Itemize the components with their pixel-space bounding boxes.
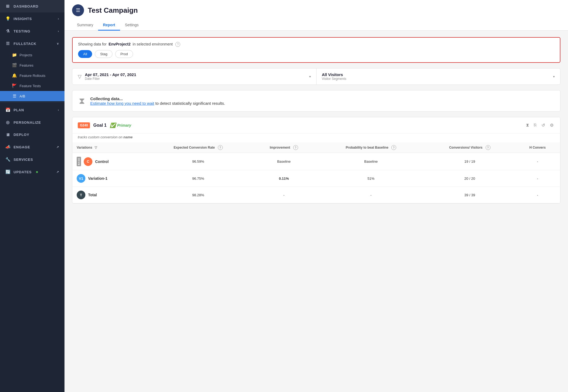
col-variations: Variations ▽ [72, 142, 146, 153]
collecting-data-box: ⧗ Collecting data... Estimate how long y… [72, 90, 560, 112]
sidebar-divider [0, 102, 64, 103]
feature-tests-icon: 🚩 [12, 83, 17, 88]
goal-title: Goal 1 [93, 123, 106, 128]
sidebar-item-updates[interactable]: 🔄 Updates ↗ [0, 166, 64, 178]
sidebar-item-label: Fullstack [14, 42, 36, 46]
ecr-info-icon[interactable]: ? [218, 145, 223, 150]
date-range: Apr 07, 2021 - Apr 07, 2021 [85, 72, 306, 77]
conv-info-icon[interactable]: ? [486, 145, 490, 150]
goal-subtitle: tracks custom conversion on name [72, 133, 560, 142]
conv-visitors-value: 39 / 39 [425, 187, 515, 203]
content-area: Showing data for EnvProject2 in selected… [64, 31, 568, 392]
goal-copy-icon[interactable]: ⎘ [533, 122, 538, 129]
chevron-right-icon: › [58, 17, 59, 20]
sidebar-item-deploy[interactable]: 🖥 Deploy [0, 129, 64, 141]
goal-refresh-icon[interactable]: ↺ [540, 122, 546, 129]
goal-header: G240 Goal 1 ✅ Primary ⧗ ⎘ ↺ ⚙ [72, 117, 560, 133]
sidebar-sub-label: Projects [20, 53, 32, 57]
goal-actions: ⧗ ⎘ ↺ ⚙ [525, 122, 555, 129]
env-btn-all[interactable]: All [78, 50, 92, 58]
sidebar-item-feature-rollouts[interactable]: 🔔 Feature Rollouts [0, 70, 64, 81]
sidebar-item-services[interactable]: 🔧 Services [0, 153, 64, 166]
collecting-title: Collecting data... [90, 96, 123, 101]
variation-cell: T Total [72, 187, 146, 203]
sidebar-item-plan[interactable]: 📅 Plan › [0, 104, 64, 116]
tab-report[interactable]: Report [98, 20, 120, 31]
sidebar-item-engage[interactable]: 📣 Engage ↗ [0, 141, 64, 153]
env-box-title: Showing data for EnvProject2 in selected… [78, 42, 554, 47]
prob-value: 51% [317, 170, 425, 187]
sidebar-item-feature-tests[interactable]: 🚩 Feature Tests [0, 81, 64, 91]
chevron-right-icon: › [58, 30, 59, 33]
env-btn-prod[interactable]: Prod [115, 50, 133, 58]
improvement-info-icon[interactable]: ? [293, 145, 298, 150]
chevron-down-icon: ∨ [57, 42, 59, 45]
avatar: V1 [77, 174, 85, 183]
sidebar-item-label: Personalize [14, 120, 41, 125]
feature-rollouts-icon: 🔔 [12, 73, 17, 78]
sidebar-item-label: Deploy [14, 133, 29, 137]
sidebar-item-fullstack[interactable]: ☰ Fullstack ∨ [0, 37, 64, 50]
filter-small-icon[interactable]: ▽ [95, 146, 97, 149]
sidebar-item-testing[interactable]: ⚗ Testing › [0, 25, 64, 37]
prob-value: - [317, 187, 425, 203]
sidebar-sub-label: Features [20, 63, 33, 67]
sidebar-sub-label: Feature Tests [20, 84, 41, 88]
sidebar-item-label: Dashboard [14, 4, 38, 8]
updates-dot [36, 171, 38, 173]
collecting-suffix: to detect statistically significant resu… [155, 101, 225, 106]
h-conv-value: - [515, 187, 560, 203]
segment-filter[interactable]: All Visitors Visitor Segments ▾ [316, 68, 560, 84]
sidebar-item-label: Insights [14, 17, 32, 21]
variation-name: Variation-1 [88, 176, 108, 181]
col-conv-visitors: Conversions/ Visitors ? [425, 142, 515, 153]
chevron-right-icon: › [58, 108, 59, 112]
filter-icon: ▽ [78, 74, 82, 80]
env-project-name: EnvProject2 [109, 42, 131, 46]
estimate-link[interactable]: Estimate how long you need to wait [90, 101, 154, 106]
updates-icon: 🔄 [5, 169, 10, 174]
collecting-text: Collecting data... Estimate how long you… [90, 96, 225, 106]
tab-settings[interactable]: Settings [120, 20, 144, 31]
testing-icon: ⚗ [5, 29, 10, 34]
tab-summary[interactable]: Summary [72, 20, 98, 31]
goal-settings-icon[interactable]: ⚙ [549, 122, 555, 129]
sidebar-item-label: Services [14, 158, 33, 162]
info-icon[interactable]: ? [175, 42, 180, 47]
prob-info-icon[interactable]: ? [391, 145, 396, 150]
base-label: BASE [77, 157, 81, 166]
page-header: ☰ Test Campaign Summary Report Settings [64, 0, 568, 31]
sidebar-item-dashboard[interactable]: ⊞ Dashboard [0, 0, 64, 12]
chevron-down-icon: ▾ [309, 75, 311, 79]
sidebar-sub-label: Feature Rollouts [20, 74, 45, 78]
variation-cell: BASE C Control [72, 153, 146, 170]
col-ecr: Expected Conversion Rate ? [146, 142, 250, 153]
variations-table: Variations ▽ Expected Conversion Rate ? [72, 142, 560, 203]
col-h-conv: H Convers [515, 142, 560, 153]
variation-cell: V1 Variation-1 [72, 170, 146, 187]
sidebar-item-personalize[interactable]: ◎ Personalize [0, 116, 64, 129]
plan-icon: 📅 [5, 107, 10, 112]
env-btn-stag[interactable]: Stag [95, 50, 112, 58]
personalize-icon: ◎ [5, 120, 10, 125]
dashboard-icon: ⊞ [5, 4, 10, 9]
goal-section: G240 Goal 1 ✅ Primary ⧗ ⎘ ↺ ⚙ tracks cus… [72, 117, 560, 204]
sidebar-item-insights[interactable]: 💡 Insights › [0, 12, 64, 25]
improvement-value: - [250, 187, 317, 203]
variation-name: Total [88, 193, 97, 197]
improvement-value: Baseline [250, 153, 317, 170]
date-filter[interactable]: ▽ Apr 07, 2021 - Apr 07, 2021 Date Filte… [72, 68, 316, 84]
sidebar-item-projects[interactable]: 📁 Projects [0, 50, 64, 60]
table-row: V1 Variation-1 96.75% 0.11% 51% 20 / 20 … [72, 170, 560, 187]
prob-value: Baseline [317, 153, 425, 170]
sidebar-item-ab[interactable]: ☰ A/B [0, 91, 64, 101]
col-prob: Probability to beat Baseline ? [317, 142, 425, 153]
sidebar-item-features[interactable]: 🎬 Features [0, 60, 64, 70]
date-filter-text: Apr 07, 2021 - Apr 07, 2021 Date Filter [85, 72, 306, 81]
goal-hourglass-icon[interactable]: ⧗ [525, 122, 530, 129]
sidebar-item-label: Updates [14, 170, 32, 174]
segment-label: Visitor Segments [322, 77, 550, 81]
checkmark-icon: ✅ [110, 122, 116, 128]
ecr-value: 98.28% [146, 187, 250, 203]
conv-visitors-value: 19 / 19 [425, 153, 515, 170]
